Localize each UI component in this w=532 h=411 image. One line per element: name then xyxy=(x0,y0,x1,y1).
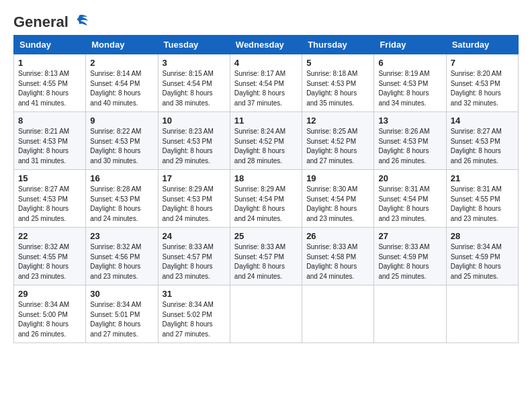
logo: General xyxy=(13,13,89,28)
day-number: 29 xyxy=(18,289,81,299)
calendar-week-row: 22 Sunrise: 8:32 AMSunset: 4:55 PMDaylig… xyxy=(14,228,519,285)
calendar-header-thursday: Thursday xyxy=(302,36,374,54)
cell-info: Sunrise: 8:18 AMSunset: 4:53 PMDaylight:… xyxy=(306,69,369,108)
cell-info: Sunrise: 8:33 AMSunset: 4:57 PMDaylight:… xyxy=(234,242,298,281)
calendar-cell: 28 Sunrise: 8:34 AMSunset: 4:59 PMDaylig… xyxy=(446,228,518,285)
day-number: 12 xyxy=(306,116,369,126)
calendar-week-row: 8 Sunrise: 8:21 AMSunset: 4:53 PMDayligh… xyxy=(14,112,519,170)
calendar-header-friday: Friday xyxy=(374,36,446,54)
cell-info: Sunrise: 8:29 AMSunset: 4:54 PMDaylight:… xyxy=(234,185,298,224)
page-header: General xyxy=(13,13,519,28)
day-number: 2 xyxy=(90,58,153,68)
cell-info: Sunrise: 8:33 AMSunset: 4:58 PMDaylight:… xyxy=(306,242,369,281)
cell-info: Sunrise: 8:17 AMSunset: 4:54 PMDaylight:… xyxy=(234,69,298,108)
calendar-cell: 23 Sunrise: 8:32 AMSunset: 4:56 PMDaylig… xyxy=(86,228,158,285)
calendar-cell: 27 Sunrise: 8:33 AMSunset: 4:59 PMDaylig… xyxy=(374,228,446,285)
day-number: 30 xyxy=(90,289,153,299)
calendar-header-tuesday: Tuesday xyxy=(158,36,230,54)
day-number: 23 xyxy=(90,231,153,241)
logo-general: General xyxy=(13,13,69,31)
calendar-cell: 2 Sunrise: 8:14 AMSunset: 4:54 PMDayligh… xyxy=(86,54,158,112)
cell-info: Sunrise: 8:31 AMSunset: 4:54 PMDaylight:… xyxy=(378,185,441,224)
cell-info: Sunrise: 8:34 AMSunset: 5:01 PMDaylight:… xyxy=(90,300,153,339)
day-number: 14 xyxy=(451,116,514,126)
calendar-header-wednesday: Wednesday xyxy=(230,36,302,54)
calendar-cell: 11 Sunrise: 8:24 AMSunset: 4:52 PMDaylig… xyxy=(230,112,302,170)
calendar-cell: 6 Sunrise: 8:19 AMSunset: 4:53 PMDayligh… xyxy=(374,54,446,112)
calendar-cell: 26 Sunrise: 8:33 AMSunset: 4:58 PMDaylig… xyxy=(302,228,374,285)
calendar-cell xyxy=(446,285,518,343)
cell-info: Sunrise: 8:25 AMSunset: 4:52 PMDaylight:… xyxy=(306,127,369,166)
cell-info: Sunrise: 8:21 AMSunset: 4:53 PMDaylight:… xyxy=(18,127,81,166)
day-number: 17 xyxy=(163,173,226,183)
calendar-cell: 16 Sunrise: 8:28 AMSunset: 4:53 PMDaylig… xyxy=(86,170,158,228)
day-number: 28 xyxy=(451,231,514,241)
calendar-cell: 24 Sunrise: 8:33 AMSunset: 4:57 PMDaylig… xyxy=(158,228,230,285)
cell-info: Sunrise: 8:31 AMSunset: 4:55 PMDaylight:… xyxy=(451,185,514,224)
calendar-cell: 10 Sunrise: 8:23 AMSunset: 4:53 PMDaylig… xyxy=(158,112,230,170)
day-number: 5 xyxy=(306,58,369,68)
cell-info: Sunrise: 8:32 AMSunset: 4:55 PMDaylight:… xyxy=(18,242,81,281)
cell-info: Sunrise: 8:19 AMSunset: 4:53 PMDaylight:… xyxy=(378,69,441,108)
day-number: 4 xyxy=(234,58,298,68)
calendar-week-row: 29 Sunrise: 8:34 AMSunset: 5:00 PMDaylig… xyxy=(14,285,519,343)
day-number: 21 xyxy=(451,173,514,183)
calendar-week-row: 15 Sunrise: 8:27 AMSunset: 4:53 PMDaylig… xyxy=(14,170,519,228)
day-number: 3 xyxy=(163,58,226,68)
day-number: 18 xyxy=(234,173,298,183)
day-number: 6 xyxy=(378,58,441,68)
day-number: 11 xyxy=(234,116,298,126)
calendar-week-row: 1 Sunrise: 8:13 AMSunset: 4:55 PMDayligh… xyxy=(14,54,519,112)
day-number: 9 xyxy=(90,116,153,126)
day-number: 27 xyxy=(378,231,441,241)
calendar-cell: 31 Sunrise: 8:34 AMSunset: 5:02 PMDaylig… xyxy=(158,285,230,343)
calendar-cell: 5 Sunrise: 8:18 AMSunset: 4:53 PMDayligh… xyxy=(302,54,374,112)
day-number: 24 xyxy=(163,231,226,241)
calendar-cell: 29 Sunrise: 8:34 AMSunset: 5:00 PMDaylig… xyxy=(14,285,86,343)
day-number: 1 xyxy=(18,58,81,68)
calendar-cell: 1 Sunrise: 8:13 AMSunset: 4:55 PMDayligh… xyxy=(14,54,86,112)
cell-info: Sunrise: 8:27 AMSunset: 4:53 PMDaylight:… xyxy=(18,185,81,224)
day-number: 8 xyxy=(18,116,81,126)
calendar-cell: 8 Sunrise: 8:21 AMSunset: 4:53 PMDayligh… xyxy=(14,112,86,170)
calendar-body: 1 Sunrise: 8:13 AMSunset: 4:55 PMDayligh… xyxy=(14,54,519,343)
calendar-cell: 22 Sunrise: 8:32 AMSunset: 4:55 PMDaylig… xyxy=(14,228,86,285)
day-number: 15 xyxy=(18,173,81,183)
calendar-cell: 21 Sunrise: 8:31 AMSunset: 4:55 PMDaylig… xyxy=(446,170,518,228)
calendar-cell: 30 Sunrise: 8:34 AMSunset: 5:01 PMDaylig… xyxy=(86,285,158,343)
cell-info: Sunrise: 8:28 AMSunset: 4:53 PMDaylight:… xyxy=(90,185,153,224)
calendar-cell: 19 Sunrise: 8:30 AMSunset: 4:54 PMDaylig… xyxy=(302,170,374,228)
calendar-cell: 4 Sunrise: 8:17 AMSunset: 4:54 PMDayligh… xyxy=(230,54,302,112)
calendar-header-monday: Monday xyxy=(86,36,158,54)
calendar-cell: 25 Sunrise: 8:33 AMSunset: 4:57 PMDaylig… xyxy=(230,228,302,285)
calendar-cell xyxy=(374,285,446,343)
day-number: 10 xyxy=(163,116,226,126)
cell-info: Sunrise: 8:30 AMSunset: 4:54 PMDaylight:… xyxy=(306,185,369,224)
day-number: 22 xyxy=(18,231,81,241)
calendar-cell: 9 Sunrise: 8:22 AMSunset: 4:53 PMDayligh… xyxy=(86,112,158,170)
day-number: 16 xyxy=(90,173,153,183)
calendar-cell: 7 Sunrise: 8:20 AMSunset: 4:53 PMDayligh… xyxy=(446,54,518,112)
day-number: 7 xyxy=(451,58,514,68)
cell-info: Sunrise: 8:33 AMSunset: 4:59 PMDaylight:… xyxy=(378,242,441,281)
cell-info: Sunrise: 8:24 AMSunset: 4:52 PMDaylight:… xyxy=(234,127,298,166)
calendar-header-sunday: Sunday xyxy=(14,36,86,54)
day-number: 25 xyxy=(234,231,298,241)
calendar-header-row: SundayMondayTuesdayWednesdayThursdayFrid… xyxy=(14,36,519,54)
cell-info: Sunrise: 8:34 AMSunset: 5:00 PMDaylight:… xyxy=(18,300,81,339)
calendar-cell xyxy=(230,285,302,343)
calendar-table: SundayMondayTuesdayWednesdayThursdayFrid… xyxy=(13,35,519,343)
calendar-cell: 20 Sunrise: 8:31 AMSunset: 4:54 PMDaylig… xyxy=(374,170,446,228)
calendar-cell: 14 Sunrise: 8:27 AMSunset: 4:53 PMDaylig… xyxy=(446,112,518,170)
cell-info: Sunrise: 8:13 AMSunset: 4:55 PMDaylight:… xyxy=(18,69,81,108)
cell-info: Sunrise: 8:20 AMSunset: 4:53 PMDaylight:… xyxy=(451,69,514,108)
logo-bird-icon xyxy=(70,14,89,28)
cell-info: Sunrise: 8:34 AMSunset: 5:02 PMDaylight:… xyxy=(163,300,226,339)
day-number: 26 xyxy=(306,231,369,241)
day-number: 20 xyxy=(378,173,441,183)
cell-info: Sunrise: 8:33 AMSunset: 4:57 PMDaylight:… xyxy=(163,242,226,281)
day-number: 13 xyxy=(378,116,441,126)
cell-info: Sunrise: 8:34 AMSunset: 4:59 PMDaylight:… xyxy=(451,242,514,281)
calendar-cell: 17 Sunrise: 8:29 AMSunset: 4:53 PMDaylig… xyxy=(158,170,230,228)
cell-info: Sunrise: 8:22 AMSunset: 4:53 PMDaylight:… xyxy=(90,127,153,166)
